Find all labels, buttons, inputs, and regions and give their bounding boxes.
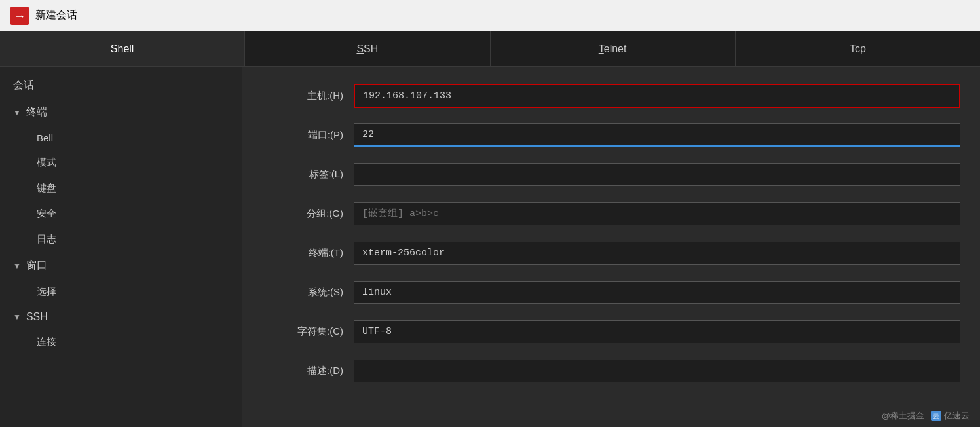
arrow-icon-window: ▼	[13, 261, 21, 270]
label-terminal: 终端:(T)	[262, 247, 354, 259]
svg-text:→: →	[14, 10, 26, 23]
window-title: 新建会话	[35, 9, 77, 22]
input-charset[interactable]	[354, 320, 960, 343]
label-group: 分组:(G)	[262, 208, 354, 220]
input-system[interactable]	[354, 281, 960, 304]
svg-text:云: 云	[933, 413, 939, 420]
sidebar-item-select[interactable]: 选择	[0, 279, 242, 305]
tab-shell[interactable]: Shell	[0, 31, 245, 66]
label-system: 系统:(S)	[262, 286, 354, 299]
sidebar-item-security[interactable]: 安全	[0, 201, 242, 227]
sidebar-item-bell[interactable]: Bell	[0, 126, 242, 150]
form-row-host: 主机:(H)	[262, 80, 960, 111]
sidebar: 会话 ▼ 终端 Bell 模式 键盘 安全 日志 ▼ 窗口 选择 ▼ SSH 连…	[0, 67, 242, 427]
input-terminal[interactable]	[354, 242, 960, 265]
label-host: 主机:(H)	[262, 90, 354, 102]
sidebar-item-log[interactable]: 日志	[0, 227, 242, 252]
label-tag: 标签:(L)	[262, 168, 354, 181]
titlebar: → 新建会话	[0, 0, 980, 31]
tab-ssh[interactable]: SSH	[245, 31, 490, 66]
tab-bar: Shell SSH Telnet Tcp	[0, 31, 980, 67]
brand-icon: 云	[931, 411, 941, 421]
watermark-brand: 云 亿速云	[931, 410, 970, 422]
form-row-terminal: 终端:(T)	[262, 237, 960, 269]
sidebar-window-label: 窗口	[26, 259, 47, 272]
arrow-icon-ssh: ▼	[13, 312, 21, 322]
watermark-text1: @稀土掘金	[882, 410, 924, 422]
sidebar-item-terminal[interactable]: ▼ 终端	[0, 99, 242, 126]
watermark: @稀土掘金 云 亿速云	[882, 410, 970, 422]
form-content: 主机:(H) 端口:(P) 标签:(L) 分组:(G) 终端:(T) 系统:(S…	[242, 67, 980, 427]
label-port: 端口:(P)	[262, 129, 354, 141]
app-logo: →	[10, 7, 29, 25]
input-host[interactable]	[354, 84, 960, 108]
form-row-tag: 标签:(L)	[262, 158, 960, 190]
tab-tcp[interactable]: Tcp	[736, 31, 980, 66]
tab-ssh-label: SSH	[356, 43, 378, 55]
input-group[interactable]	[354, 202, 960, 225]
sidebar-terminal-label: 终端	[26, 105, 47, 119]
sidebar-item-connect[interactable]: 连接	[0, 329, 242, 355]
tab-shell-label: Shell	[111, 43, 134, 55]
tab-tcp-label: Tcp	[850, 43, 866, 55]
form-row-desc: 描述:(D)	[262, 355, 960, 386]
main-content: 会话 ▼ 终端 Bell 模式 键盘 安全 日志 ▼ 窗口 选择 ▼ SSH 连…	[0, 67, 980, 427]
sidebar-ssh-label: SSH	[26, 311, 48, 323]
tab-telnet[interactable]: Telnet	[491, 31, 736, 66]
form-row-group: 分组:(G)	[262, 198, 960, 229]
sidebar-item-ssh[interactable]: ▼ SSH	[0, 305, 242, 329]
label-charset: 字符集:(C)	[262, 325, 354, 338]
arrow-icon: ▼	[13, 108, 21, 117]
sidebar-item-session[interactable]: 会话	[0, 72, 242, 99]
form-row-port: 端口:(P)	[262, 119, 960, 151]
label-desc: 描述:(D)	[262, 365, 354, 377]
input-port[interactable]	[354, 123, 960, 147]
input-desc[interactable]	[354, 360, 960, 382]
sidebar-item-mode[interactable]: 模式	[0, 150, 242, 176]
sidebar-item-keyboard[interactable]: 键盘	[0, 176, 242, 201]
form-row-system: 系统:(S)	[262, 276, 960, 308]
tab-telnet-label: Telnet	[599, 43, 627, 55]
form-row-charset: 字符集:(C)	[262, 316, 960, 347]
input-tag[interactable]	[354, 163, 960, 186]
sidebar-item-window[interactable]: ▼ 窗口	[0, 252, 242, 279]
